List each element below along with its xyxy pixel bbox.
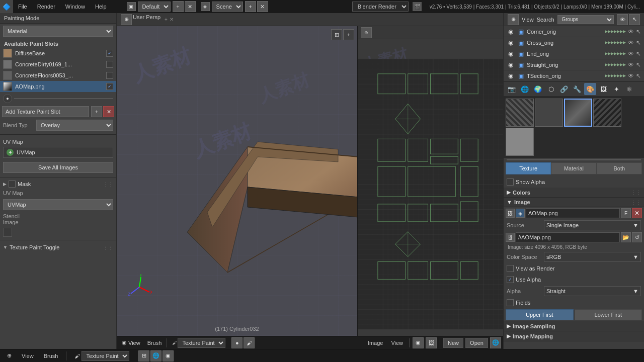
colors-section-toggle[interactable]: ▶ Colors ⋮⋮ <box>504 188 644 198</box>
colors-menu-icon[interactable]: ⋮⋮ <box>631 190 641 195</box>
alpha-dropdown[interactable]: Straight ▼ <box>544 286 641 296</box>
mode-dropdown[interactable]: Texture Paint <box>178 338 225 348</box>
slot-check-diffuse[interactable]: ✓ <box>106 50 113 57</box>
prop-constraint-icon[interactable]: 🔗 <box>558 83 570 95</box>
cross-orig-cursor[interactable]: ↖ <box>636 39 641 46</box>
image-mapping-toggle[interactable]: ▶ Image Mapping <box>504 331 644 341</box>
bt-brush-item[interactable]: Brush <box>144 337 165 348</box>
show-alpha-checkbox[interactable] <box>507 178 514 186</box>
prop-object-icon[interactable]: ⬡ <box>545 83 557 95</box>
f-btn[interactable]: F <box>621 208 631 218</box>
prop-scene-icon[interactable]: 🌐 <box>519 83 531 95</box>
render-engine-selector[interactable]: Blender Render <box>352 2 409 12</box>
upper-first-btn[interactable]: Upper First <box>506 309 574 320</box>
bt-view-item[interactable]: ◉ View <box>119 337 143 348</box>
outliner-cursor-icon[interactable]: ↖ <box>629 14 640 25</box>
outliner-cross-orig[interactable]: ◉ ▣ Cross_orig ▶▶▶▶▶▶▶ 👁 ↖ <box>504 37 644 48</box>
use-alpha-checkbox[interactable]: ✓ <box>507 276 514 283</box>
uv-viewport[interactable]: ⊕ 人素材 <box>357 26 503 336</box>
corner-orig-eye[interactable]: 👁 <box>628 28 634 35</box>
image-section-toggle[interactable]: ▼ Image ⋮⋮ <box>504 198 644 207</box>
new-btn[interactable]: New <box>443 338 463 348</box>
lower-first-btn[interactable]: Lower First <box>575 309 642 320</box>
slot-concrete-dirty[interactable]: ConcreteDirty0169_1... <box>0 59 116 70</box>
tsection-orig-cursor[interactable]: ↖ <box>636 72 641 79</box>
tex-thumb-1[interactable] <box>506 99 534 127</box>
outliner-straight-orig[interactable]: ◉ ▣ Straight_orig ▶▶▶▶▶▶▶ 👁 ↖ <box>504 59 644 70</box>
menu-window[interactable]: Window <box>60 0 90 13</box>
status-view-label[interactable]: View <box>19 350 37 361</box>
prop-particle-icon[interactable]: ✦ <box>610 83 622 95</box>
add-texture-paint-slot-btn[interactable]: Add Texture Paint Slot <box>2 106 89 117</box>
prop-modifier-icon[interactable]: 🔧 <box>571 83 583 95</box>
add-scene-btn[interactable]: + <box>245 1 256 12</box>
slot-check-floors[interactable] <box>106 72 113 79</box>
status-view-icon[interactable]: ⊕ <box>4 350 15 361</box>
outliner-tsection-orig[interactable]: ◉ ▣ TSection_orig ▶▶▶▶▶▶▶ 👁 ↖ <box>504 70 644 81</box>
bt-view-label2[interactable]: View <box>388 337 406 348</box>
outliner-end-orig[interactable]: ◉ ▣ End_orig ▶▶▶▶▶▶▶ 👁 ↖ <box>504 48 644 59</box>
add-layout-btn[interactable]: + <box>173 1 184 12</box>
painting-mode-select[interactable]: Material <box>3 26 113 37</box>
corner-orig-cursor[interactable]: ↖ <box>636 28 641 35</box>
tex-thumb-3-selected[interactable] <box>564 99 592 127</box>
mask-section[interactable]: ▶ Mask ⋮⋮ <box>0 179 116 189</box>
uv-map-select-2[interactable]: UVMap <box>3 199 113 210</box>
draw-mode-btn[interactable]: ● <box>231 337 243 348</box>
end-orig-cursor[interactable]: ↖ <box>636 50 641 57</box>
prop-world-icon[interactable]: 🌍 <box>532 83 544 95</box>
outliner-corner-orig[interactable]: ◉ ▣ Corner_orig ▶▶▶▶▶▶▶ 👁 ↖ <box>504 26 644 37</box>
remove-layout-btn[interactable]: ✕ <box>185 1 196 12</box>
tex-thumb-4[interactable] <box>593 99 621 127</box>
open-btn[interactable]: Open <box>465 338 488 348</box>
reload-file-btn[interactable]: ↺ <box>632 232 642 242</box>
status-brush-label[interactable]: Brush <box>41 350 61 361</box>
view-as-render-checkbox[interactable] <box>507 265 514 272</box>
slot-check-ao[interactable]: ✓ <box>106 83 113 90</box>
scene-selector[interactable]: Scene <box>212 2 243 12</box>
add-slot-plus-btn[interactable]: + <box>91 106 102 117</box>
filepath-input[interactable] <box>516 232 620 242</box>
fields-checkbox[interactable] <box>507 299 514 306</box>
bt-image-label[interactable]: Image <box>365 337 386 348</box>
uv-ctrl-2[interactable]: 🖼 <box>426 337 437 348</box>
blend-type-select[interactable]: Overlay <box>36 120 113 131</box>
slot-concrete-floors[interactable]: ConcreteFloors0053_... <box>0 70 116 81</box>
status-mode-2[interactable]: 🌐 <box>150 350 162 361</box>
tex-thumb-5[interactable] <box>506 128 534 156</box>
viewport-ctrl-2[interactable]: + <box>343 29 354 40</box>
menu-render[interactable]: Render <box>32 0 60 13</box>
save-all-images-btn[interactable]: Save All Images <box>3 162 113 173</box>
tab-texture-btn[interactable]: Texture <box>506 162 551 174</box>
status-mode-3[interactable]: ◉ <box>163 350 174 361</box>
mask-menu-icon[interactable]: ⋮⋮ <box>103 182 113 187</box>
texture-paint-toggle-menu[interactable]: ⋮⋮ <box>103 245 113 250</box>
outliner-groups-select[interactable]: Groups <box>557 15 614 24</box>
bt-mode-select[interactable]: 🖌 Texture Paint <box>169 337 228 348</box>
outliner-icon[interactable]: ⊕ <box>508 14 519 25</box>
slot-aomap[interactable]: AOMap.png ✓ <box>0 81 116 92</box>
tab-both-btn[interactable]: Both <box>597 162 642 174</box>
viewport-icon-1[interactable]: ⊕ <box>121 14 132 25</box>
add-slot-x-btn[interactable]: ✕ <box>103 106 114 117</box>
straight-orig-eye[interactable]: 👁 <box>628 61 634 68</box>
browse-file-btn[interactable]: 📂 <box>621 232 631 242</box>
source-dropdown[interactable]: Single Image ▼ <box>544 220 641 230</box>
main-3d-viewport[interactable]: 人素材 人素材 人素材 <box>117 26 357 336</box>
slot-diffuse-base[interactable]: DiffuseBase ✓ <box>0 48 116 59</box>
remove-scene-btn[interactable]: ✕ <box>257 1 268 12</box>
slot-check-concrete[interactable] <box>106 61 113 68</box>
uv-ctrl-1[interactable]: ◉ <box>413 337 424 348</box>
viewport-ctrl-1[interactable]: ⊞ <box>331 29 342 40</box>
straight-orig-cursor[interactable]: ↖ <box>636 61 641 68</box>
cross-orig-eye[interactable]: 👁 <box>628 39 634 46</box>
image-sampling-toggle[interactable]: ▶ Image Sampling <box>504 321 644 331</box>
status-mode-1[interactable]: ⊞ <box>138 350 149 361</box>
layout-selector[interactable]: Default <box>138 2 171 12</box>
menu-help[interactable]: Help <box>90 0 112 13</box>
uv-map-input[interactable]: ✦ UVMap <box>3 147 113 158</box>
tab-material-btn[interactable]: Material <box>551 162 596 174</box>
image-menu-icon[interactable]: ⋮⋮ <box>631 200 641 205</box>
paint-mode-btn[interactable]: 🖌 <box>244 337 255 348</box>
prop-render-icon[interactable]: 📷 <box>506 83 518 95</box>
